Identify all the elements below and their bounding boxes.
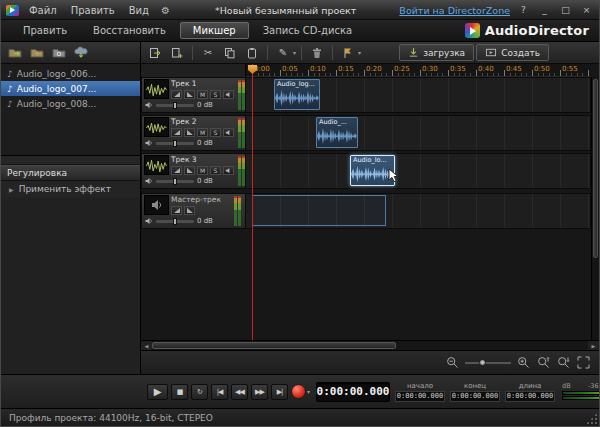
import-audio-icon[interactable]	[145, 44, 165, 61]
mute-button[interactable]: M	[197, 90, 208, 99]
music-note-icon: ♪	[7, 99, 13, 109]
minimize-button[interactable]: _	[537, 5, 552, 15]
track-3-lane[interactable]: Audio_lo...	[246, 153, 591, 189]
marker-dropdown-icon[interactable]: ▾	[358, 49, 361, 56]
length-time-field[interactable]: 0:00:00.000	[505, 391, 555, 402]
fade-in-button[interactable]	[171, 166, 182, 175]
master-track-lane[interactable]	[246, 193, 591, 229]
ruler-label: 0:30	[422, 65, 438, 73]
fit-to-window-icon[interactable]	[576, 355, 591, 370]
stop-button[interactable]: ■	[171, 384, 188, 400]
previous-button[interactable]: |◀	[211, 384, 228, 400]
end-time-field[interactable]: 0:00:00.000	[450, 391, 500, 402]
fade-in-button[interactable]	[171, 128, 182, 137]
fade-out-button[interactable]	[184, 206, 195, 215]
tab-mixer[interactable]: Микшер	[180, 22, 249, 39]
audio-file-list: ♪ Audio_logo_006... ♪ Audio_logo_007... …	[1, 64, 140, 156]
fade-out-button[interactable]	[184, 166, 195, 175]
apply-effect-item[interactable]: ▶ Применить эффект	[1, 181, 140, 197]
vertical-scrollbar[interactable]	[591, 77, 599, 340]
draw-tool-icon[interactable]: ✎	[273, 44, 293, 61]
file-item[interactable]: ♪ Audio_logo_006...	[1, 66, 140, 81]
window-title: *Новый безымянный проект	[178, 5, 393, 16]
vertical-scrollbar-thumb[interactable]	[593, 79, 598, 258]
horizontal-scrollbar-thumb[interactable]	[152, 342, 396, 349]
master-level-meter	[232, 195, 243, 227]
export-media-icon[interactable]	[27, 44, 47, 61]
selection-region[interactable]	[252, 195, 386, 226]
menu-view[interactable]: Вид	[125, 5, 153, 16]
speaker-button[interactable]	[223, 90, 234, 99]
marker-icon[interactable]	[338, 44, 358, 61]
delete-icon[interactable]	[307, 44, 327, 61]
volume-slider[interactable]	[156, 180, 194, 183]
track-1-header: Трек 1 M S 0	[141, 77, 246, 113]
horizontal-scrollbar[interactable]: ◀ ▶	[141, 340, 599, 351]
file-item[interactable]: ♪ Audio_logo_008...	[1, 96, 140, 111]
scroll-right-arrow-icon[interactable]: ▶	[588, 341, 599, 350]
directorzone-link[interactable]: Войти на DirectorZone	[399, 5, 510, 16]
library-folder-icon[interactable]	[49, 44, 69, 61]
copy-icon[interactable]	[220, 44, 240, 61]
menu-file[interactable]: Файл	[25, 5, 61, 16]
zoom-out-icon[interactable]	[445, 355, 460, 370]
cloud-download-icon[interactable]	[71, 44, 91, 61]
audio-clip[interactable]: Audio_...	[316, 117, 358, 148]
create-button[interactable]: Создать	[476, 44, 549, 61]
rewind-button[interactable]: ◀◀	[231, 384, 248, 400]
volume-speaker-icon	[145, 139, 153, 147]
file-item-selected[interactable]: ♪ Audio_logo_007...	[1, 81, 140, 96]
download-button[interactable]: загрузка	[399, 44, 474, 61]
cut-icon[interactable]: ✂	[198, 44, 218, 61]
vertical-zoom-in-icon[interactable]	[556, 355, 571, 370]
record-button[interactable]	[291, 384, 306, 399]
titlebar: Файл Править Вид ⚙ *Новый безымянный про…	[1, 1, 599, 20]
mute-button[interactable]: M	[197, 166, 208, 175]
paste-icon[interactable]	[242, 44, 262, 61]
ruler-label: 0:05	[282, 65, 298, 73]
vertical-zoom-out-icon[interactable]	[536, 355, 551, 370]
zoom-slider[interactable]	[465, 362, 511, 364]
settings-gear-icon[interactable]: ⚙	[159, 5, 172, 16]
fast-forward-button[interactable]: ▶▶	[251, 384, 268, 400]
playhead-line[interactable]	[252, 64, 253, 340]
fade-out-button[interactable]	[184, 90, 195, 99]
panel-splitter[interactable]	[1, 156, 140, 165]
next-button[interactable]: ▶|	[271, 384, 288, 400]
maximize-button[interactable]: □	[558, 5, 573, 15]
fade-in-button[interactable]	[171, 206, 182, 215]
fade-in-button[interactable]	[171, 90, 182, 99]
volume-slider[interactable]	[156, 142, 194, 145]
brand: AudioDirector	[465, 23, 589, 38]
mute-button[interactable]: M	[197, 128, 208, 137]
draw-tool-dropdown-icon[interactable]: ▾	[293, 49, 296, 56]
play-button[interactable]: ▶	[147, 384, 168, 400]
tab-restore[interactable]: Восстановить	[81, 23, 178, 38]
track-2-lane[interactable]: Audio_...	[246, 115, 591, 151]
speaker-button[interactable]	[223, 128, 234, 137]
help-button[interactable]: ?	[516, 5, 531, 15]
fade-out-button[interactable]	[184, 128, 195, 137]
record-dropdown-icon[interactable]: ▾	[307, 388, 310, 395]
solo-button[interactable]: S	[210, 166, 221, 175]
add-track-icon[interactable]	[167, 44, 187, 61]
menu-edit[interactable]: Править	[67, 5, 119, 16]
start-time-field[interactable]: 0:00:00.000	[395, 391, 445, 402]
adjustment-section-header[interactable]: Регулировка	[1, 165, 140, 181]
close-button[interactable]: ×	[579, 5, 594, 15]
audio-clip[interactable]: Audio_log...	[274, 79, 320, 110]
speaker-button[interactable]	[223, 166, 234, 175]
master-volume-slider[interactable]	[156, 220, 194, 223]
loop-button[interactable]: ↻	[191, 384, 208, 400]
zoom-in-icon[interactable]	[516, 355, 531, 370]
solo-button[interactable]: S	[210, 90, 221, 99]
solo-button[interactable]: S	[210, 128, 221, 137]
tab-cd-burn[interactable]: Запись CD-диска	[251, 23, 365, 38]
track-1-lane[interactable]: Audio_log...	[246, 77, 591, 113]
resize-grip[interactable]	[586, 413, 597, 424]
volume-slider[interactable]	[156, 104, 194, 107]
import-media-icon[interactable]	[5, 44, 25, 61]
time-ruler[interactable]: 0:00 0:05 0:10 0:15 0:20 0:25 0:30 0:35 …	[246, 64, 591, 77]
scroll-left-arrow-icon[interactable]: ◀	[141, 341, 152, 350]
tab-edit[interactable]: Править	[11, 23, 79, 38]
